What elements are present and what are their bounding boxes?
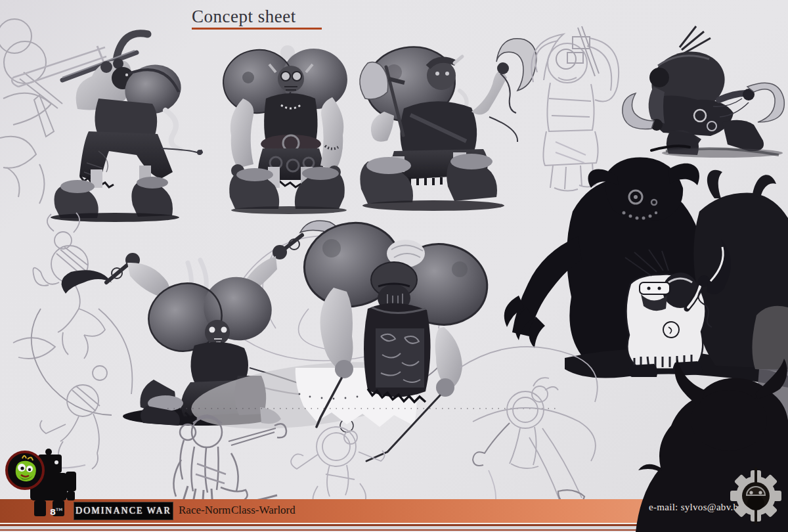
game798-partial-mark: 8TM xyxy=(50,507,62,517)
gear-android-icon xyxy=(724,462,787,529)
page-title: Concept sheet xyxy=(192,7,296,27)
class-label: Class-Warlord xyxy=(231,504,296,517)
title-underline xyxy=(192,28,322,30)
pencil-sketch-left-cluster xyxy=(13,213,132,469)
pencil-sketch-bottom-1 xyxy=(172,415,286,511)
pencil-sketch-standing xyxy=(531,26,619,191)
warrior-sword-overhead xyxy=(12,33,202,222)
pencil-sketch-bottom-2 xyxy=(291,427,384,507)
warrior-axe-sickle xyxy=(360,39,536,211)
concept-artwork xyxy=(0,0,788,532)
concept-sheet-page: Concept sheet DOMINANCE WAR Race-Norm Cl… xyxy=(0,0,788,532)
race-label: Race-Norm xyxy=(179,504,230,517)
warrior-front-stand xyxy=(219,44,351,214)
pencil-sketch-top-left xyxy=(0,19,62,204)
game798-branding: 8TM Copyright © 798 GAME798 Image by 798 xyxy=(0,439,98,532)
warrior-dark-action xyxy=(623,26,785,158)
green-bug-mascot-icon xyxy=(5,451,45,490)
